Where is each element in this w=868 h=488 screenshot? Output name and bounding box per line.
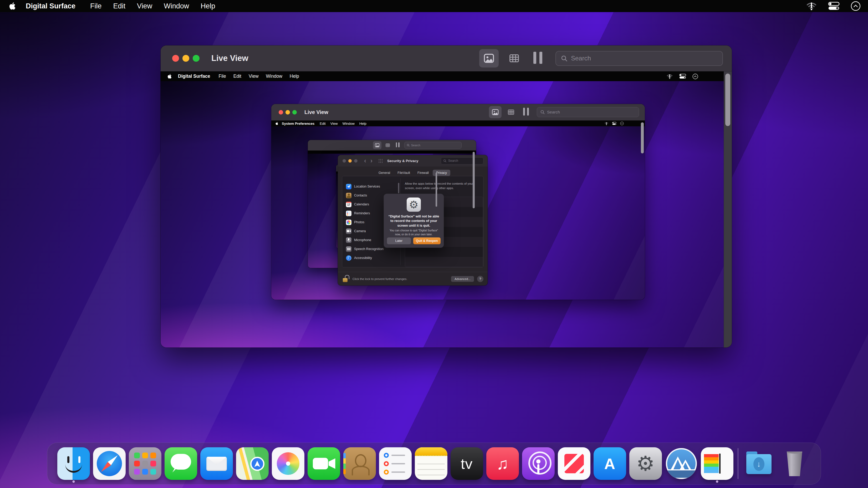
privacy-item-label: Contacts	[354, 194, 367, 197]
dock-facetime[interactable]	[306, 444, 341, 483]
close-button[interactable]	[172, 55, 179, 62]
captured-desktop-2: Search Sea	[271, 126, 645, 300]
dock-finder[interactable]	[56, 444, 91, 483]
control-center-icon	[612, 122, 616, 125]
privacy-item-label: Location Services	[354, 185, 380, 188]
dock-contacts[interactable]	[342, 444, 377, 483]
music-icon: ♫	[486, 447, 519, 480]
privacy-item-location-services[interactable]: Location Services	[342, 182, 397, 191]
dock-safari[interactable]	[92, 444, 127, 483]
control-center-icon[interactable]	[828, 2, 840, 10]
dock-maps[interactable]	[235, 444, 270, 483]
system-preferences-gear-icon: ⚙	[407, 197, 421, 212]
scrollbar[interactable]	[724, 71, 732, 348]
close-button[interactable]	[343, 159, 346, 163]
live-view-window: Live View Search Digital Surface FileEdi…	[161, 45, 732, 348]
dock-photos[interactable]	[271, 444, 306, 483]
dock-news[interactable]	[557, 444, 592, 483]
search-field[interactable]: Search	[441, 157, 484, 164]
scrollbar-thumb[interactable]	[473, 152, 475, 208]
scrollbar-thumb[interactable]	[641, 122, 644, 153]
dock-mail[interactable]	[199, 444, 234, 483]
help-button[interactable]: ?	[477, 276, 484, 282]
dock-appstore[interactable]: A	[592, 444, 627, 483]
dock-settings[interactable]: ⚙	[628, 444, 663, 483]
privacy-item-label: Photos	[354, 220, 364, 224]
dock-notes[interactable]	[413, 444, 449, 483]
pause-button[interactable]	[532, 52, 544, 65]
wifi-alert-icon[interactable]	[806, 2, 817, 10]
scrollbar-thumb[interactable]	[725, 73, 730, 126]
search-icon	[561, 55, 568, 62]
quit-and-reopen-button[interactable]: Quit & Reopen	[413, 237, 441, 244]
back-button[interactable]: ‹	[364, 158, 366, 164]
show-all-icon[interactable]	[378, 159, 382, 163]
dock-podcasts[interactable]	[521, 444, 556, 483]
menu-edit[interactable]: Edit	[234, 73, 241, 79]
captured-desktop-1: Live View Search System Preferences Edit…	[161, 81, 732, 348]
captured-menu-bar-2: System Preferences EditViewWindowHelp	[271, 121, 645, 126]
menu-view[interactable]: View	[331, 122, 338, 126]
menu-window[interactable]: Window	[343, 122, 354, 126]
dock-downloads[interactable]: ↓↓	[741, 444, 777, 483]
dock-mountain[interactable]	[664, 444, 699, 483]
privacy-item-label: Microphone	[354, 238, 371, 242]
dock-music[interactable]: ♫	[485, 444, 520, 483]
dock-reminders[interactable]	[378, 444, 413, 483]
dock-messages[interactable]	[163, 444, 198, 483]
menu-view[interactable]: View	[249, 73, 259, 79]
menu-file[interactable]: File	[90, 2, 102, 10]
menu-help[interactable]: Help	[359, 122, 367, 126]
scrollbar-thumb[interactable]	[398, 183, 399, 193]
menu-edit[interactable]: Edit	[113, 2, 126, 10]
unlocked-lock-icon[interactable]	[343, 275, 349, 283]
later-button[interactable]: Later	[387, 237, 411, 244]
minimize-button[interactable]	[182, 55, 189, 62]
forward-button[interactable]: ›	[370, 158, 372, 164]
zoom-button[interactable]	[193, 55, 199, 62]
finder-icon	[57, 447, 90, 480]
privacy-item-accessibility[interactable]: Accessibility	[342, 254, 397, 262]
dock-ds[interactable]	[700, 444, 735, 483]
menu-view[interactable]: View	[137, 2, 152, 10]
menu-extra-icon	[692, 73, 698, 79]
ds-icon	[701, 447, 734, 480]
table-view-button	[505, 106, 517, 118]
menu-file[interactable]: File	[219, 73, 226, 79]
settings-glyph: ⚙	[629, 447, 662, 480]
screen-recording-alert-dialog: ⚙ “Digital Surface” will not be able to …	[384, 194, 444, 248]
gallery-view-button[interactable]	[479, 49, 499, 67]
privacy-item-label: Camera	[354, 229, 366, 233]
tab-filevault[interactable]: FileVault	[394, 170, 413, 176]
advanced-button[interactable]: Advanced...	[451, 276, 474, 282]
menu-window[interactable]: Window	[266, 73, 282, 79]
calendars-icon	[346, 202, 351, 207]
appstore-icon: A	[594, 447, 626, 480]
dock-trash[interactable]	[777, 444, 812, 483]
scrollbar-thumb[interactable]	[436, 172, 437, 207]
window-title: Live View	[304, 109, 328, 115]
tv-icon: tv	[451, 447, 483, 480]
minimize-button[interactable]	[348, 159, 352, 163]
zoom-button[interactable]	[354, 159, 358, 163]
menu-edit[interactable]: Edit	[320, 122, 326, 126]
downloads-icon: ↓↓	[743, 447, 775, 480]
window-titlebar[interactable]: Live View Search	[161, 45, 732, 71]
notes-icon	[415, 447, 447, 480]
menu-window[interactable]: Window	[164, 2, 189, 10]
traffic-lights	[172, 55, 203, 62]
menu-help[interactable]: Help	[290, 73, 299, 79]
tab-firewall[interactable]: Firewall	[414, 170, 432, 176]
screen-recording-description: Allow the apps below to record the conte…	[405, 182, 479, 190]
table-view-button[interactable]	[504, 49, 524, 67]
trash-icon	[778, 447, 811, 480]
search-field[interactable]: Search	[555, 51, 723, 66]
menu-help[interactable]: Help	[200, 2, 215, 10]
tab-general[interactable]: General	[375, 170, 394, 176]
menu-app-name[interactable]: Digital Surface	[26, 2, 75, 10]
dock-tv[interactable]: tv	[449, 444, 485, 483]
menu-extra-icon[interactable]	[851, 1, 861, 11]
app-row	[405, 247, 483, 257]
dock-launchpad[interactable]	[127, 444, 163, 483]
apple-menu-icon[interactable]	[9, 2, 16, 10]
